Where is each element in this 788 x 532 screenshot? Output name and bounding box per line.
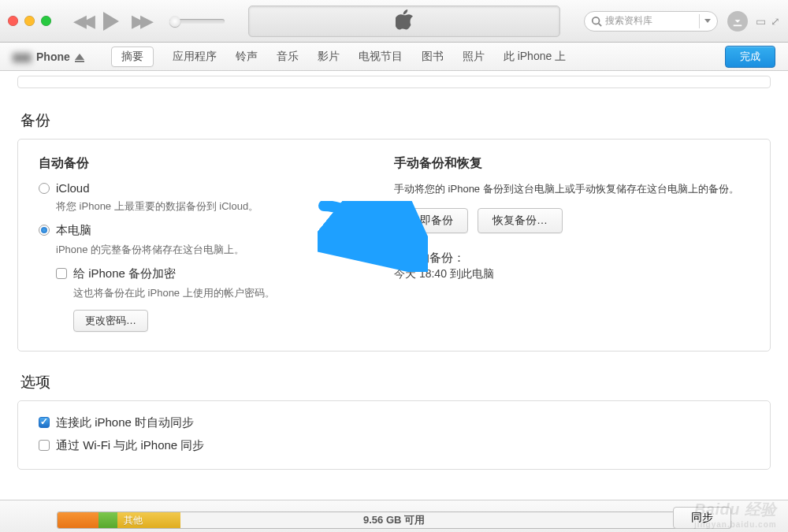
tab-photos[interactable]: 照片	[463, 50, 485, 64]
capacity-free-label: 9.56 GB 可用	[58, 512, 730, 528]
icloud-label: iCloud	[56, 181, 90, 195]
capacity-footer: 其他 9.56 GB 可用 同步 Baidu 经验 jingyan.baidu.…	[0, 500, 788, 532]
sync-button[interactable]: 同步	[673, 507, 731, 529]
svg-point-0	[593, 17, 600, 24]
auto-sync-label: 连接此 iPhone 时自动同步	[56, 415, 194, 430]
previous-panel-bottom	[17, 76, 771, 88]
chevron-down-icon[interactable]	[704, 19, 711, 23]
backup-now-button[interactable]: 立即备份	[394, 208, 468, 233]
radio-local[interactable]	[39, 225, 50, 236]
play-button[interactable]	[103, 12, 119, 31]
encrypt-desc: 这也将备份在此 iPhone 上使用的帐户密码。	[73, 286, 394, 300]
svg-line-1	[599, 23, 602, 26]
eject-icon[interactable]	[75, 54, 84, 60]
local-label: 本电脑	[56, 223, 91, 238]
manual-backup-column: 手动备份和恢复 手动将您的 iPhone 备份到这台电脑上或手动恢复储存在这台电…	[394, 155, 749, 332]
window-extra-controls: ▭ ⤢	[756, 15, 780, 28]
wifi-sync-label: 通过 Wi-Fi 与此 iPhone 同步	[56, 438, 204, 453]
local-desc: iPhone 的完整备份将储存在这台电脑上。	[56, 243, 394, 257]
traffic-lights	[8, 16, 51, 26]
checkbox-encrypt[interactable]	[56, 268, 67, 279]
fullscreen-button[interactable]: ⤢	[771, 15, 780, 28]
restore-backup-button[interactable]: 恢复备份…	[478, 208, 563, 233]
summary-content: 备份 自动备份 iCloud 将您 iPhone 上最重要的数据备份到 iClo…	[0, 71, 788, 483]
tab-summary[interactable]: 摘要	[111, 47, 154, 67]
checkbox-wifi-sync[interactable]	[39, 440, 50, 451]
close-window-button[interactable]	[8, 16, 18, 26]
capacity-bar[interactable]: 其他 9.56 GB 可用	[57, 512, 731, 529]
manual-backup-desc: 手动将您的 iPhone 备份到这台电脑上或手动恢复储存在这台电脑上的备份。	[394, 181, 749, 197]
auto-sync-row[interactable]: 连接此 iPhone 时自动同步	[39, 415, 749, 430]
tab-books[interactable]: 图书	[422, 50, 444, 64]
tab-tv[interactable]: 电视节目	[359, 50, 403, 64]
options-panel: 连接此 iPhone 时自动同步 通过 Wi-Fi 与此 iPhone 同步	[17, 400, 771, 470]
change-password-button[interactable]: 更改密码…	[73, 310, 148, 332]
tab-tones[interactable]: 铃声	[236, 50, 258, 64]
auto-backup-column: 自动备份 iCloud 将您 iPhone 上最重要的数据备份到 iCloud。…	[39, 155, 394, 332]
next-track-button[interactable]	[132, 11, 149, 32]
device-tabbar: ▮▮▮ Phone 摘要 应用程序 铃声 音乐 影片 电视节目 图书 照片 此 …	[0, 43, 788, 71]
checkbox-auto-sync[interactable]	[39, 417, 50, 428]
wifi-sync-row[interactable]: 通过 Wi-Fi 与此 iPhone 同步	[39, 438, 749, 453]
playback-controls	[73, 11, 225, 32]
device-name[interactable]: ▮▮▮ Phone	[13, 50, 84, 63]
downloads-button[interactable]	[727, 11, 748, 32]
mini-player-button[interactable]: ▭	[756, 15, 766, 28]
window-titlebar: 搜索资料库 ▭ ⤢	[0, 0, 788, 43]
icloud-desc: 将您 iPhone 上最重要的数据备份到 iCloud。	[56, 199, 394, 214]
encrypt-label: 给 iPhone 备份加密	[73, 266, 176, 281]
tab-apps[interactable]: 应用程序	[173, 50, 217, 64]
auto-backup-title: 自动备份	[39, 155, 394, 172]
search-input[interactable]: 搜索资料库	[584, 11, 718, 32]
apple-logo-icon	[396, 9, 413, 32]
zoom-window-button[interactable]	[41, 16, 51, 26]
search-placeholder: 搜索资料库	[605, 14, 652, 28]
tab-music[interactable]: 音乐	[277, 50, 299, 64]
icloud-radio-row[interactable]: iCloud	[39, 181, 394, 195]
backup-panel: 自动备份 iCloud 将您 iPhone 上最重要的数据备份到 iCloud。…	[17, 139, 771, 352]
now-playing-lcd	[248, 6, 560, 37]
device-name-redacted: ▮▮▮	[13, 50, 32, 63]
local-radio-row[interactable]: 本电脑	[39, 223, 394, 238]
search-separator	[699, 14, 700, 28]
done-button[interactable]: 完成	[725, 46, 775, 68]
search-area: 搜索资料库	[584, 11, 748, 32]
tab-movies[interactable]: 影片	[318, 50, 340, 64]
latest-backup-value: 今天 18:40 到此电脑	[394, 267, 749, 281]
previous-track-button[interactable]	[73, 11, 91, 32]
volume-slider[interactable]	[169, 19, 225, 24]
backup-heading: 备份	[20, 110, 771, 131]
manual-backup-title: 手动备份和恢复	[394, 155, 749, 172]
latest-backup-label: 最新的备份：	[394, 251, 749, 266]
options-heading: 选项	[20, 372, 771, 392]
device-name-suffix: Phone	[36, 50, 70, 63]
tab-on-this-iphone[interactable]: 此 iPhone 上	[504, 50, 566, 64]
encrypt-check-row[interactable]: 给 iPhone 备份加密	[56, 266, 394, 281]
radio-icloud[interactable]	[39, 183, 50, 194]
volume-thumb[interactable]	[169, 16, 180, 27]
minimize-window-button[interactable]	[24, 16, 35, 26]
search-icon	[591, 16, 602, 29]
